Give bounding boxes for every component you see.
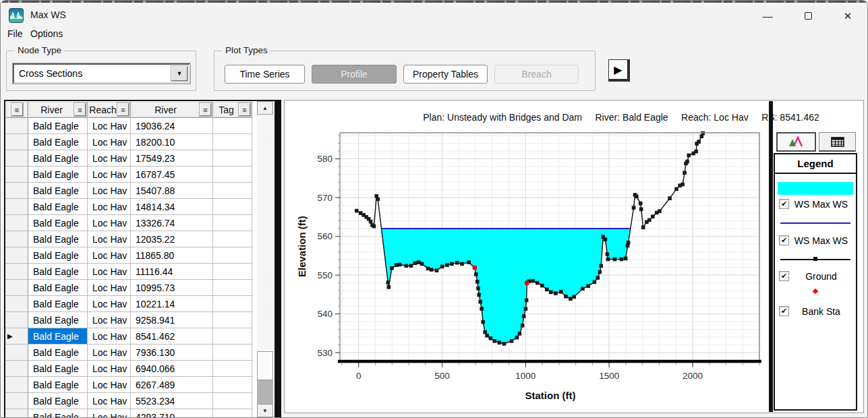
column-sort-icon[interactable]: ≡ <box>200 103 211 116</box>
ws-line-checkbox[interactable]: ✔ <box>779 235 789 245</box>
row-header[interactable] <box>5 361 28 377</box>
table-row[interactable]: Bald EagleLoc Hav5523.234 <box>5 393 255 409</box>
tag-cell[interactable] <box>213 215 252 231</box>
scroll-down-icon[interactable]: ▼ <box>257 404 273 417</box>
table-row[interactable]: Bald EagleLoc Hav7936.130 <box>5 345 255 361</box>
tab-table-view[interactable] <box>819 132 856 152</box>
river-station-cell[interactable]: 13326.74 <box>131 215 213 231</box>
reach-cell[interactable]: Loc Hav <box>88 361 131 377</box>
dropdown-arrow-icon[interactable]: ▼ <box>171 66 187 81</box>
river-station-cell[interactable]: 15407.88 <box>131 183 213 199</box>
row-header[interactable] <box>5 215 28 231</box>
table-vertical-scrollbar[interactable]: ▲ ▼ <box>257 101 273 417</box>
table-row[interactable]: Bald EagleLoc Hav14814.34 <box>5 199 255 215</box>
river-station-cell[interactable]: 19036.24 <box>131 118 213 134</box>
row-header[interactable] <box>5 150 28 167</box>
table-row[interactable]: Bald EagleLoc Hav6940.066 <box>5 361 255 377</box>
river-station-cell[interactable]: 10221.14 <box>131 296 213 312</box>
tag-cell[interactable] <box>213 183 252 199</box>
table-row[interactable]: Bald EagleLoc Hav11865.80 <box>5 247 255 264</box>
river-cell[interactable]: Bald Eagle <box>28 167 88 183</box>
column-sort-icon[interactable]: ≡ <box>239 103 250 116</box>
scrollbar-track-pressed[interactable] <box>257 380 273 404</box>
reach-cell[interactable]: Loc Hav <box>88 393 131 409</box>
river-station-cell[interactable]: 16787.45 <box>131 167 213 183</box>
reach-cell[interactable]: Loc Hav <box>88 328 131 345</box>
row-header[interactable] <box>5 118 28 134</box>
river-cell[interactable]: Bald Eagle <box>28 231 88 247</box>
column-header-tag[interactable]: Tag≡ <box>213 101 252 118</box>
reach-cell[interactable]: Loc Hav <box>88 312 131 328</box>
tag-cell[interactable] <box>213 134 252 150</box>
table-row[interactable]: Bald EagleLoc Hav12035.22 <box>5 231 255 247</box>
table-row[interactable]: Bald EagleLoc Hav6267.489 <box>5 377 255 393</box>
cross-section-plot[interactable]: 5305405505605705800500100015002000 <box>284 100 774 413</box>
reach-cell[interactable]: Loc Hav <box>88 280 131 296</box>
profile-button[interactable]: Profile <box>312 65 397 84</box>
tag-cell[interactable] <box>213 231 252 247</box>
tag-cell[interactable] <box>213 393 252 409</box>
reach-cell[interactable]: Loc Hav <box>88 134 131 150</box>
row-header[interactable]: ▶ <box>5 328 28 345</box>
river-cell[interactable]: Bald Eagle <box>28 150 88 167</box>
river-cell[interactable]: Bald Eagle <box>28 393 88 409</box>
close-button[interactable]: ✕ <box>832 5 863 27</box>
table-row[interactable]: Bald EagleLoc Hav13326.74 <box>5 215 255 231</box>
row-header[interactable] <box>5 247 28 264</box>
river-station-cell[interactable]: 6267.489 <box>131 377 213 393</box>
tag-cell[interactable] <box>213 361 252 377</box>
row-header[interactable] <box>5 134 28 150</box>
river-cell[interactable]: Bald Eagle <box>28 118 88 134</box>
river-station-cell[interactable]: 6940.066 <box>131 361 213 377</box>
river-station-cell[interactable]: 5523.234 <box>131 393 213 409</box>
row-header[interactable] <box>5 409 28 418</box>
time-series-button[interactable]: Time Series <box>225 65 305 84</box>
table-row[interactable]: Bald EagleLoc Hav4293.710 <box>5 409 255 418</box>
row-header[interactable] <box>5 377 28 393</box>
reach-cell[interactable]: Loc Hav <box>88 118 131 134</box>
column-header-reach[interactable]: Reach≡ <box>88 101 131 118</box>
reach-cell[interactable]: Loc Hav <box>88 377 131 393</box>
reach-cell[interactable]: Loc Hav <box>88 345 131 361</box>
column-sort-icon[interactable]: ≡ <box>117 103 129 116</box>
row-header[interactable] <box>5 183 28 199</box>
table-row[interactable]: Bald EagleLoc Hav16787.45 <box>5 167 255 183</box>
property-tables-button[interactable]: Property Tables <box>403 65 488 84</box>
river-station-cell[interactable]: 18200.10 <box>131 134 213 150</box>
river-station-cell[interactable]: 7936.130 <box>131 345 213 361</box>
river-cell[interactable]: Bald Eagle <box>28 280 88 296</box>
table-chart-splitter[interactable] <box>276 100 281 418</box>
row-header[interactable] <box>5 167 28 183</box>
reach-cell[interactable]: Loc Hav <box>88 409 131 418</box>
column-sort-icon[interactable]: ≡ <box>74 103 86 116</box>
river-cell[interactable]: Bald Eagle <box>28 215 88 231</box>
table-row[interactable]: Bald EagleLoc Hav11116.44 <box>5 264 255 280</box>
column-header-river[interactable]: River≡ <box>28 101 88 118</box>
table-row[interactable]: Bald EagleLoc Hav17549.23 <box>5 150 255 167</box>
river-station-cell[interactable]: 17549.23 <box>131 150 213 167</box>
row-header[interactable] <box>5 199 28 215</box>
river-cell[interactable]: Bald Eagle <box>28 377 88 393</box>
tab-chart-view[interactable] <box>776 132 816 152</box>
column-header-river[interactable]: River≡ <box>131 101 213 118</box>
river-cell[interactable]: Bald Eagle <box>28 183 88 199</box>
river-cell[interactable]: Bald Eagle <box>28 296 88 312</box>
menu-file[interactable]: File <box>3 27 27 40</box>
row-header[interactable] <box>5 393 28 409</box>
table-row[interactable]: Bald EagleLoc Hav18200.10 <box>5 134 255 150</box>
plot-legend-splitter[interactable] <box>769 101 773 412</box>
table-row[interactable]: Bald EagleLoc Hav19036.24 <box>5 118 255 134</box>
ws-fill-checkbox[interactable]: ✔ <box>779 199 789 209</box>
scrollbar-track[interactable] <box>257 115 273 351</box>
river-station-cell[interactable]: 10995.73 <box>131 280 213 296</box>
river-cell[interactable]: Bald Eagle <box>28 361 88 377</box>
reach-cell[interactable]: Loc Hav <box>88 215 131 231</box>
river-cell[interactable]: Bald Eagle <box>28 409 88 418</box>
reach-cell[interactable]: Loc Hav <box>88 231 131 247</box>
table-row[interactable]: Bald EagleLoc Hav15407.88 <box>5 183 255 199</box>
column-header-rowselect[interactable]: ≡ <box>5 101 28 118</box>
tag-cell[interactable] <box>213 345 252 361</box>
river-cell[interactable]: Bald Eagle <box>28 247 88 264</box>
reach-cell[interactable]: Loc Hav <box>88 183 131 199</box>
tag-cell[interactable] <box>213 409 252 418</box>
